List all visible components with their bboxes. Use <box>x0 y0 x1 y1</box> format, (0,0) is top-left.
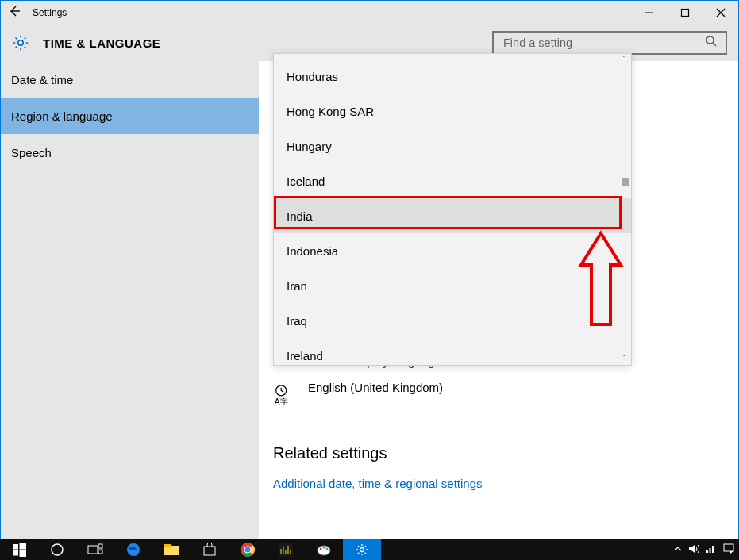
dropdown-item[interactable]: Iraq <box>274 303 631 338</box>
close-button[interactable] <box>702 1 738 25</box>
svg-point-5 <box>706 36 714 44</box>
sidebar-item-label: Region & language <box>11 109 113 123</box>
search-box[interactable] <box>492 31 727 55</box>
scroll-up-button[interactable]: ˆ <box>618 53 631 67</box>
language-row[interactable]: A字 English (United Kingdom) <box>273 381 738 406</box>
related-settings-link[interactable]: Additional date, time & regional setting… <box>273 477 738 490</box>
tray-chevron-icon[interactable] <box>674 545 682 554</box>
svg-point-36 <box>360 548 364 552</box>
paint-icon[interactable] <box>305 539 343 560</box>
sidebar-item-label: Date & time <box>11 73 73 86</box>
clock-language-icon: A字 <box>273 382 294 406</box>
scroll-down-button[interactable]: ˇ <box>618 352 631 366</box>
related-settings-heading: Related settings <box>273 444 738 462</box>
search-icon[interactable] <box>705 35 718 51</box>
country-dropdown[interactable]: ˆ Honduras Hong Kong SAR Hungary Iceland… <box>273 53 632 366</box>
svg-rect-10 <box>19 543 26 550</box>
search-input[interactable] <box>502 36 700 50</box>
svg-rect-37 <box>706 550 708 553</box>
cortana-icon[interactable] <box>38 539 76 560</box>
svg-point-34 <box>323 547 325 549</box>
gear-icon <box>11 33 30 52</box>
edge-icon[interactable] <box>114 539 152 560</box>
language-name: English (United Kingdom) <box>308 381 443 394</box>
svg-rect-1 <box>681 10 688 17</box>
svg-rect-12 <box>19 550 26 557</box>
dropdown-item[interactable]: Indonesia <box>274 233 631 268</box>
sidebar-item-label: Speech <box>11 146 52 159</box>
file-explorer-icon[interactable] <box>152 539 191 560</box>
settings-window: Settings TIME & LANG <box>0 0 739 539</box>
svg-point-13 <box>52 544 63 555</box>
sidebar: Date & time Region & language Speech <box>1 61 259 539</box>
sidebar-item-date-time[interactable]: Date & time <box>1 61 259 98</box>
minimize-button[interactable] <box>631 1 667 25</box>
maximize-button[interactable] <box>667 1 702 25</box>
sidebar-item-speech[interactable]: Speech <box>1 134 259 171</box>
scrollbar-thumb[interactable] <box>622 178 629 186</box>
dropdown-item[interactable]: Honduras <box>274 59 631 94</box>
dropdown-item[interactable]: Hong Kong SAR <box>274 94 631 128</box>
tray-notifications-icon[interactable] <box>723 543 734 556</box>
svg-rect-16 <box>98 550 102 554</box>
svg-rect-11 <box>13 550 18 556</box>
svg-point-33 <box>320 548 322 550</box>
app-icon-1[interactable] <box>267 539 305 560</box>
svg-rect-19 <box>164 544 171 547</box>
taskbar[interactable] <box>0 539 739 560</box>
dropdown-item-india[interactable]: India <box>274 198 631 233</box>
store-icon[interactable] <box>191 539 229 560</box>
svg-rect-15 <box>98 544 102 548</box>
svg-text:A字: A字 <box>275 397 288 406</box>
settings-taskbar-icon[interactable] <box>343 539 381 560</box>
dropdown-item[interactable]: Hungary <box>274 128 631 163</box>
svg-point-4 <box>18 40 23 45</box>
chrome-icon[interactable] <box>229 539 267 560</box>
page-title: TIME & LANGUAGE <box>43 36 160 50</box>
tray-volume-icon[interactable] <box>688 544 699 555</box>
dropdown-item[interactable]: Iceland <box>274 163 631 198</box>
svg-rect-39 <box>712 546 714 553</box>
back-button[interactable] <box>7 4 21 21</box>
svg-rect-40 <box>724 544 733 551</box>
svg-rect-20 <box>204 547 215 555</box>
svg-rect-9 <box>13 544 18 550</box>
svg-point-35 <box>326 548 329 550</box>
svg-point-25 <box>245 547 251 553</box>
dropdown-item[interactable]: Iran <box>274 268 631 303</box>
svg-rect-14 <box>88 546 98 554</box>
svg-rect-38 <box>710 548 711 553</box>
sidebar-item-region-language[interactable]: Region & language <box>1 98 259 134</box>
task-view-icon[interactable] <box>76 539 114 560</box>
window-title: Settings <box>33 7 67 18</box>
svg-line-6 <box>713 43 716 46</box>
titlebar: Settings <box>1 1 738 25</box>
dropdown-item[interactable]: Ireland <box>274 338 631 373</box>
start-button[interactable] <box>0 539 38 560</box>
tray-network-icon[interactable] <box>706 544 717 555</box>
